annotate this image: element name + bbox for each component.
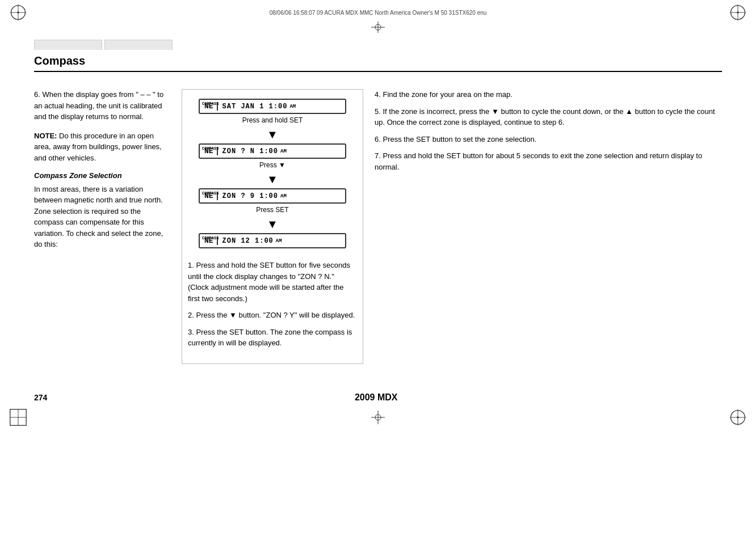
page-number: 274 bbox=[34, 393, 47, 402]
step2-num: 2. bbox=[188, 311, 194, 319]
right-column: 4. Find the zone for your area on the ma… bbox=[375, 89, 722, 364]
step4-text: Find the zone for your area on the map. bbox=[383, 90, 512, 99]
screen-suffix-1: AM bbox=[289, 104, 296, 109]
compass-label-2: COMPASS bbox=[202, 146, 219, 151]
compass-label-1: COMPASS bbox=[202, 102, 219, 106]
model-year: 2009 MDX bbox=[47, 392, 705, 403]
step3-text: Press the SET button. The zone the compa… bbox=[188, 328, 352, 348]
caption-1: Press and hold SET bbox=[242, 116, 303, 124]
bottom-center-crosshair bbox=[369, 411, 387, 424]
top-center-crosshair bbox=[369, 22, 387, 33]
caption-3: Press SET bbox=[256, 206, 288, 214]
screen-text-3: ZON ? 9 1:00 bbox=[222, 192, 278, 200]
step6-num: 6. bbox=[375, 135, 381, 143]
left-step-6: 6. When the display goes from " – – " to… bbox=[34, 89, 170, 122]
subsection-block: Compass Zone Selection In most areas, th… bbox=[34, 170, 170, 250]
header-file-info: 08/06/06 16:58:07 09 ACURA MDX MMC North… bbox=[27, 10, 729, 16]
step2-text: Press the ▼ button. "ZON ? Y" will be di… bbox=[196, 311, 355, 319]
nav-tab-1[interactable] bbox=[34, 40, 102, 50]
right-step-5: 5. If the zone is incorrect, press the ▼… bbox=[375, 106, 722, 128]
step6-text: 6. When the display goes from " – – " to… bbox=[34, 90, 163, 121]
corner-tr-crosshair bbox=[729, 3, 747, 22]
caption-2: Press ▼ bbox=[259, 161, 285, 169]
center-step-2: 2. Press the ▼ button. "ZON ? Y" will be… bbox=[188, 310, 357, 321]
bottom-right-crosshair bbox=[729, 408, 747, 426]
note-block: NOTE: Do this procedure in an open area,… bbox=[34, 130, 170, 164]
compass-label-4: COMPASS bbox=[202, 236, 219, 240]
nav-tabs bbox=[34, 34, 722, 50]
step5-num: 5. bbox=[375, 107, 381, 116]
right-step-6: 6. Press the SET button to set the zone … bbox=[375, 134, 722, 145]
center-step-1: 1. Press and hold the SET button for fiv… bbox=[188, 260, 357, 304]
bottom-left-crosshair bbox=[9, 408, 27, 426]
center-step-3: 3. Press the SET button. The zone the co… bbox=[188, 327, 357, 349]
display-screen-3: COMPASS NE ZON ? 9 1:00 AM bbox=[199, 188, 346, 204]
right-step-7: 7. Press and hold the SET button for abo… bbox=[375, 150, 722, 172]
screen-suffix-2: AM bbox=[280, 149, 287, 154]
step7-text: Press and hold the SET button for about … bbox=[375, 151, 702, 171]
center-column: COMPASS NE SAT JAN 1 1:00 AM Press and h… bbox=[182, 89, 363, 364]
nav-tab-2[interactable] bbox=[104, 40, 173, 50]
step6-right-text: Press the SET button to set the zone sel… bbox=[383, 135, 536, 143]
arrow-down-1: ▼ bbox=[267, 129, 278, 140]
display-screen-1: COMPASS NE SAT JAN 1 1:00 AM bbox=[199, 99, 346, 114]
step3-num: 3. bbox=[188, 328, 194, 336]
step1-text: Press and hold the SET button for five s… bbox=[188, 261, 350, 303]
subsection-title: Compass Zone Selection bbox=[34, 170, 170, 181]
screen-suffix-3: AM bbox=[280, 193, 287, 199]
svg-point-3 bbox=[17, 11, 19, 14]
svg-point-20 bbox=[737, 416, 739, 419]
svg-point-7 bbox=[737, 11, 739, 14]
step4-num: 4. bbox=[375, 90, 381, 99]
screen-text-1: SAT JAN 1 1:00 bbox=[222, 103, 288, 111]
corner-tl-crosshair bbox=[9, 3, 27, 22]
step5-text: If the zone is incorrect, press the ▼ bu… bbox=[375, 107, 715, 127]
step7-num: 7. bbox=[375, 151, 381, 160]
screen-text-2: ZON ? N 1:00 bbox=[222, 147, 278, 155]
note-label: NOTE: bbox=[34, 132, 57, 140]
screen-text-4: ZON 12 1:00 bbox=[222, 237, 274, 245]
arrow-down-3: ▼ bbox=[267, 218, 278, 230]
step1-num: 1. bbox=[188, 261, 194, 269]
arrow-down-2: ▼ bbox=[267, 174, 278, 185]
main-content: 6. When the display goes from " – – " to… bbox=[34, 83, 722, 370]
compass-label-3: COMPASS bbox=[202, 191, 219, 196]
left-column: 6. When the display goes from " – – " to… bbox=[34, 89, 170, 364]
right-step-4: 4. Find the zone for your area on the ma… bbox=[375, 89, 722, 100]
page-footer: 274 2009 MDX bbox=[34, 381, 722, 408]
display-screen-4: COMPASS NE ZON 12 1:00 AM bbox=[199, 233, 346, 248]
display-screen-2: COMPASS NE ZON ? N 1:00 AM bbox=[199, 143, 346, 159]
section-title: Compass bbox=[34, 50, 722, 72]
center-steps: 1. Press and hold the SET button for fiv… bbox=[188, 260, 357, 354]
screen-suffix-4: AM bbox=[276, 238, 282, 244]
subsection-text: In most areas, there is a variation betw… bbox=[34, 185, 163, 249]
